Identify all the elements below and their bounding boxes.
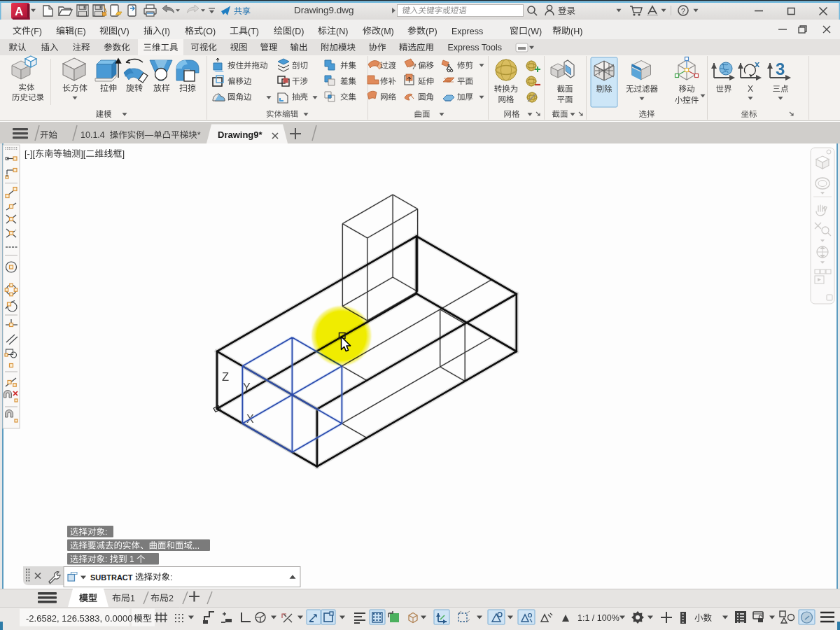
svg-text:(E): (E)	[74, 27, 86, 36]
svg-text:1: 1	[130, 554, 134, 564]
svg-text:(M): (M)	[381, 27, 394, 36]
svg-text:10.1.4: 10.1.4	[80, 130, 105, 140]
svg-text:Drawing9.dwg: Drawing9.dwg	[294, 5, 354, 15]
svg-text:?: ?	[681, 7, 685, 15]
svg-text:Express: Express	[451, 27, 483, 36]
svg-text::: :	[170, 573, 172, 582]
svg-text:1: 1	[130, 594, 135, 603]
svg-text:*: *	[197, 130, 201, 140]
svg-text::: :	[105, 554, 107, 564]
svg-text:2: 2	[169, 594, 174, 603]
svg-text:Express Tools: Express Tools	[447, 43, 502, 52]
svg-text:(I): (I)	[162, 27, 170, 36]
svg-text:—: —	[145, 130, 154, 140]
svg-text:3: 3	[776, 59, 785, 78]
svg-text:Z: Z	[222, 370, 229, 383]
svg-text:]: ]	[122, 148, 125, 159]
svg-text:(T): (T)	[248, 27, 259, 36]
svg-text:(W): (W)	[528, 27, 542, 36]
svg-text:(O): (O)	[203, 27, 216, 36]
svg-text:...: ...	[192, 541, 200, 551]
svg-text:(P): (P)	[426, 27, 438, 36]
svg-text:(D): (D)	[292, 27, 304, 36]
svg-text:(H): (H)	[570, 27, 582, 36]
svg-text::: :	[105, 527, 107, 537]
svg-text:][: ][	[80, 148, 86, 159]
svg-text:(N): (N)	[336, 27, 348, 36]
svg-text:SUBTRACT: SUBTRACT	[90, 573, 133, 582]
svg-text:(F): (F)	[31, 27, 42, 36]
svg-text:[-][: [-][	[24, 148, 36, 159]
svg-text:Drawing9*: Drawing9*	[218, 130, 263, 140]
svg-text:A: A	[15, 5, 23, 18]
svg-text:Y: Y	[243, 382, 251, 393]
svg-text:x: x	[755, 59, 760, 69]
svg-text:-2.6582, 126.5383, 0.0000: -2.6582, 126.5383, 0.0000	[26, 613, 133, 624]
svg-text:X: X	[748, 84, 753, 94]
svg-text:(V): (V)	[118, 27, 130, 36]
svg-text:1:1 / 100%: 1:1 / 100%	[578, 613, 620, 623]
